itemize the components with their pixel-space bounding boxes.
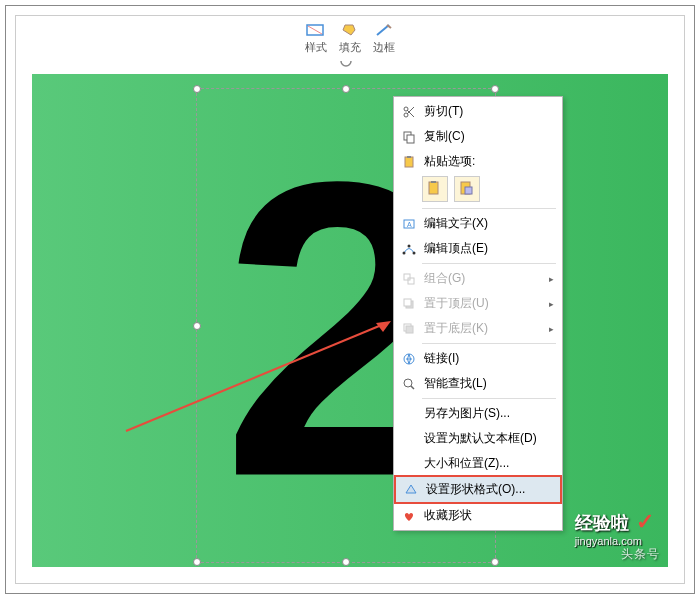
check-icon: ✓ [636, 509, 654, 534]
watermark-source: 头条号 [621, 546, 660, 563]
mini-toolbar: 样式 填充 边框 [297, 16, 403, 61]
menu-smart-lookup[interactable]: 智能查找(L) [394, 371, 562, 396]
menu-paste-label: 粘贴选项: [424, 153, 554, 170]
handle-bot-left[interactable] [193, 558, 201, 566]
paste-picture[interactable] [454, 176, 480, 202]
svg-rect-16 [404, 274, 410, 280]
svg-point-14 [408, 244, 411, 247]
svg-rect-4 [407, 135, 414, 143]
blank-icon [400, 431, 418, 447]
svg-rect-19 [404, 299, 411, 306]
watermark-brand: 经验啦 ✓ jingyanla.com [575, 509, 654, 547]
menu-set-default-textbox-label: 设置为默认文本框(D) [424, 430, 554, 447]
watermark-brand-text: 经验啦 [575, 513, 629, 533]
style-icon [306, 22, 326, 38]
menu-copy-label: 复制(C) [424, 128, 554, 145]
menu-paste-options: 粘贴选项: [394, 149, 562, 174]
menu-edit-text-label: 编辑文字(X) [424, 215, 554, 232]
style-button[interactable]: 样式 [303, 20, 329, 57]
menu-smart-lookup-label: 智能查找(L) [424, 375, 554, 392]
style-label: 样式 [305, 40, 327, 55]
separator [422, 208, 556, 209]
border-label: 边框 [373, 40, 395, 55]
fill-button[interactable]: 填充 [337, 20, 363, 57]
menu-group-label: 组合(G) [424, 270, 545, 287]
svg-rect-21 [406, 326, 413, 333]
menu-save-as-picture[interactable]: 另存为图片(S)... [394, 401, 562, 426]
context-menu: 剪切(T) 复制(C) 粘贴选项: A 编辑文 [393, 96, 563, 531]
menu-group: 组合(G) ▸ [394, 266, 562, 291]
search-icon [400, 376, 418, 392]
blank-icon [400, 456, 418, 472]
menu-copy[interactable]: 复制(C) [394, 124, 562, 149]
menu-save-as-picture-label: 另存为图片(S)... [424, 405, 554, 422]
svg-rect-6 [407, 156, 411, 158]
handle-bot-mid[interactable] [342, 558, 350, 566]
handle-top-right[interactable] [491, 85, 499, 93]
edit-points-icon [400, 241, 418, 257]
link-icon [400, 351, 418, 367]
heart-icon [400, 508, 418, 524]
chevron-right-icon: ▸ [549, 274, 554, 284]
bring-front-icon [400, 296, 418, 312]
menu-edit-points[interactable]: 编辑顶点(E) [394, 236, 562, 261]
handle-bot-right[interactable] [491, 558, 499, 566]
svg-rect-7 [429, 182, 438, 194]
svg-rect-5 [405, 157, 413, 167]
menu-size-position-label: 大小和位置(Z)... [424, 455, 554, 472]
border-button[interactable]: 边框 [371, 20, 397, 57]
format-shape-icon [402, 482, 420, 498]
handle-mid-left[interactable] [193, 322, 201, 330]
paste-options-row [394, 174, 562, 206]
menu-edit-points-label: 编辑顶点(E) [424, 240, 554, 257]
menu-format-shape-label: 设置形状格式(O)... [426, 481, 552, 498]
svg-point-13 [403, 251, 406, 254]
menu-cut[interactable]: 剪切(T) [394, 99, 562, 124]
menu-set-default-textbox[interactable]: 设置为默认文本框(D) [394, 426, 562, 451]
send-back-icon [400, 321, 418, 337]
menu-size-position[interactable]: 大小和位置(Z)... [394, 451, 562, 476]
chevron-right-icon: ▸ [549, 324, 554, 334]
menu-format-shape[interactable]: 设置形状格式(O)... [394, 475, 562, 504]
menu-favorite-shape[interactable]: 收藏形状 [394, 503, 562, 528]
scissors-icon [400, 104, 418, 120]
menu-send-back: 置于底层(K) ▸ [394, 316, 562, 341]
svg-rect-8 [431, 181, 436, 183]
edit-text-icon: A [400, 216, 418, 232]
menu-link-label: 链接(I) [424, 350, 554, 367]
menu-bring-front-label: 置于顶层(U) [424, 295, 545, 312]
fill-label: 填充 [339, 40, 361, 55]
group-icon [400, 271, 418, 287]
menu-link[interactable]: 链接(I) [394, 346, 562, 371]
svg-rect-17 [408, 278, 414, 284]
paste-icon [400, 154, 418, 170]
copy-icon [400, 129, 418, 145]
watermark-url: jingyanla.com [575, 535, 654, 547]
svg-rect-10 [465, 187, 472, 194]
menu-bring-front: 置于顶层(U) ▸ [394, 291, 562, 316]
separator [422, 263, 556, 264]
separator [422, 398, 556, 399]
svg-point-23 [404, 379, 412, 387]
paste-keep-source[interactable] [422, 176, 448, 202]
watermark-source-text: 头条号 [621, 547, 660, 561]
svg-point-15 [413, 251, 416, 254]
separator [422, 343, 556, 344]
menu-favorite-shape-label: 收藏形状 [424, 507, 554, 524]
chevron-right-icon: ▸ [549, 299, 554, 309]
menu-cut-label: 剪切(T) [424, 103, 554, 120]
menu-send-back-label: 置于底层(K) [424, 320, 545, 337]
handle-top-mid[interactable] [342, 85, 350, 93]
menu-edit-text[interactable]: A 编辑文字(X) [394, 211, 562, 236]
border-icon [374, 22, 394, 38]
fill-icon [340, 22, 360, 38]
inner-frame: 样式 填充 边框 2 [15, 15, 685, 584]
svg-text:A: A [407, 221, 412, 228]
handle-top-left[interactable] [193, 85, 201, 93]
blank-icon [400, 406, 418, 422]
